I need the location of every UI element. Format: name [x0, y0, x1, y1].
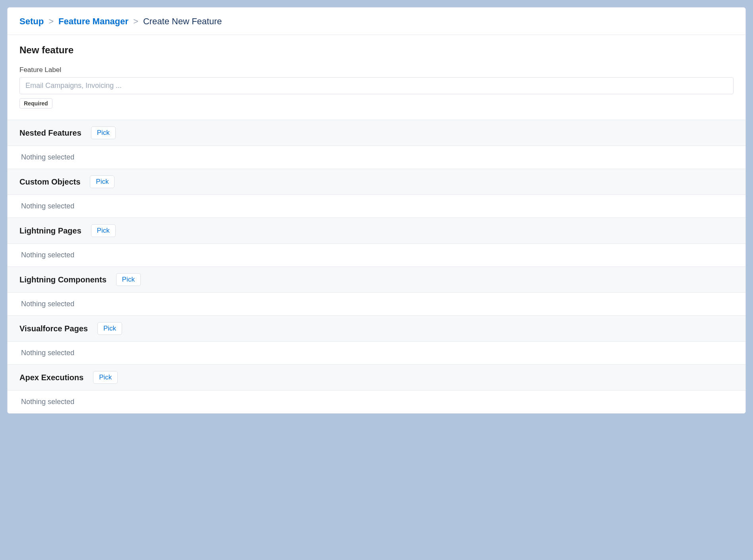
section-header-lightning-pages: Lightning Pages Pick [8, 218, 745, 244]
pick-button-lightning-pages[interactable]: Pick [91, 224, 116, 237]
pick-button-apex-executions[interactable]: Pick [93, 371, 118, 384]
section-header-custom-objects: Custom Objects Pick [8, 169, 745, 195]
section-title: Custom Objects [19, 177, 80, 187]
section-title: Visualforce Pages [19, 324, 88, 333]
breadcrumb-link-setup[interactable]: Setup [19, 16, 44, 27]
section-body-nested-features: Nothing selected [8, 146, 745, 169]
section-body-custom-objects: Nothing selected [8, 195, 745, 218]
section-body-lightning-pages: Nothing selected [8, 244, 745, 266]
section-body-apex-executions: Nothing selected [8, 391, 745, 413]
chevron-right-icon: > [49, 16, 54, 27]
breadcrumb: Setup > Feature Manager > Create New Fea… [8, 8, 745, 35]
feature-label-input[interactable] [19, 77, 734, 94]
chevron-right-icon: > [133, 16, 138, 27]
breadcrumb-current: Create New Feature [143, 16, 222, 27]
section-title: Lightning Components [19, 275, 107, 284]
feature-label-field-label: Feature Label [19, 66, 734, 74]
section-title: Nested Features [19, 128, 82, 138]
section-body-visualforce-pages: Nothing selected [8, 342, 745, 364]
main-card: Setup > Feature Manager > Create New Fea… [7, 7, 746, 414]
section-header-lightning-components: Lightning Components Pick [8, 266, 745, 293]
pick-button-nested-features[interactable]: Pick [91, 126, 116, 139]
breadcrumb-link-feature-manager[interactable]: Feature Manager [58, 16, 128, 27]
section-body-lightning-components: Nothing selected [8, 293, 745, 315]
section-header-nested-features: Nested Features Pick [8, 120, 745, 146]
pick-button-lightning-components[interactable]: Pick [116, 273, 141, 286]
pick-button-visualforce-pages[interactable]: Pick [97, 322, 122, 335]
section-title: Apex Executions [19, 373, 83, 382]
page-title: New feature [19, 45, 734, 56]
section-header-apex-executions: Apex Executions Pick [8, 364, 745, 391]
section-header-visualforce-pages: Visualforce Pages Pick [8, 315, 745, 342]
form-top: New feature Feature Label Required [8, 35, 745, 120]
required-badge: Required [19, 98, 52, 109]
section-title: Lightning Pages [19, 226, 82, 235]
pick-button-custom-objects[interactable]: Pick [90, 175, 115, 188]
